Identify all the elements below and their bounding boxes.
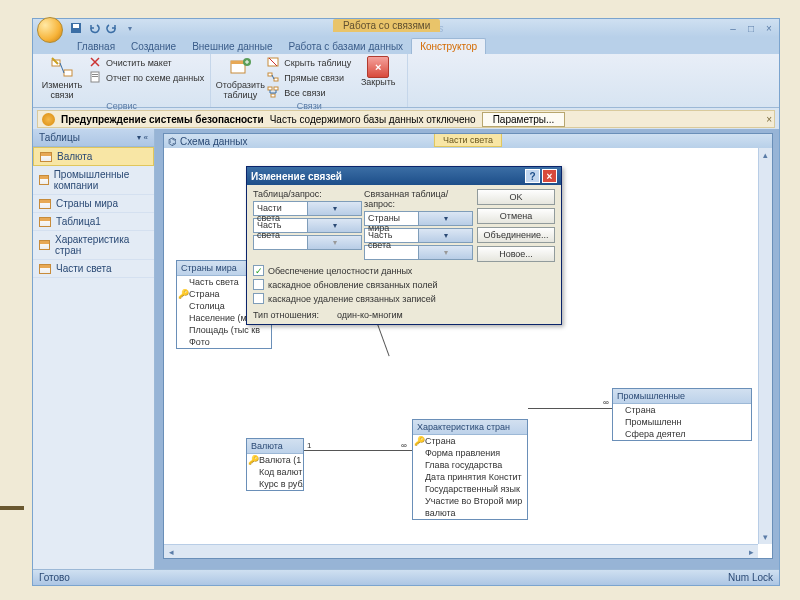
label: Очистить макет [106, 58, 172, 68]
security-title: Предупреждение системы безопасности [61, 114, 264, 125]
dialog-title-text: Изменение связей [251, 171, 342, 182]
redo-icon[interactable] [105, 21, 119, 35]
table-icon [39, 240, 50, 250]
integrity-checkbox-row[interactable]: ✓Обеспечение целостности данных [253, 265, 555, 276]
tab-external[interactable]: Внешние данные [184, 39, 280, 54]
right-field-combo[interactable]: Часть света▾ [364, 228, 473, 243]
cascade-update-checkbox-row[interactable]: каскадное обновление связанных полей [253, 279, 555, 290]
status-numlock: Num Lock [728, 572, 773, 583]
statusbar: Готово Num Lock [33, 569, 779, 585]
scroll-left-icon[interactable]: ◂ [164, 545, 178, 558]
table-box-industrial[interactable]: Промышленные Страна Промышленн Сфера дея… [612, 388, 752, 441]
relation-cardinality-inf: ∞ [400, 441, 408, 450]
reltype-value: один-ко-многим [337, 310, 403, 320]
chevron-down-icon: ▾ « [137, 133, 148, 142]
canvas-tab-stub: Части света [434, 134, 502, 147]
field: Промышленн [625, 417, 682, 427]
relations-icon: ⌬ [168, 136, 177, 147]
dialog-close-icon[interactable]: × [542, 169, 557, 183]
nav-item-valyuta[interactable]: Валюта [33, 147, 154, 166]
edit-relations-button[interactable]: Изменить связи [39, 56, 85, 101]
scroll-up-icon[interactable]: ▴ [759, 148, 772, 162]
dialog-titlebar[interactable]: Изменение связей ? × [247, 167, 561, 185]
tab-dbtools[interactable]: Работа с базами данных [281, 39, 412, 54]
cancel-button[interactable]: Отмена [477, 208, 555, 224]
undo-icon[interactable] [87, 21, 101, 35]
join-type-button[interactable]: Объединение... [477, 227, 555, 243]
clear-icon [89, 56, 103, 70]
relationship-type-row: Тип отношения: один-ко-многим [253, 310, 555, 320]
relationships-canvas[interactable]: Страны мира Часть света 🔑Страна Столица … [164, 148, 758, 544]
svg-rect-3 [64, 70, 72, 76]
horizontal-scrollbar[interactable]: ◂ ▸ [164, 544, 758, 558]
left-empty-combo[interactable]: ▾ [253, 235, 362, 250]
tab-home[interactable]: Главная [69, 39, 123, 54]
maximize-icon[interactable]: □ [745, 23, 757, 34]
nav-item-table1[interactable]: Таблица1 [33, 213, 154, 231]
box-title: Промышленные [613, 389, 751, 404]
field: Валюта (1 е [259, 455, 303, 465]
direct-icon [267, 71, 281, 85]
cascade-delete-checkbox-row[interactable]: каскадное удаление связанных записей [253, 293, 555, 304]
titlebar: ▾ Microsoft Access Работа со связями – □… [33, 19, 779, 37]
nav-item-countries[interactable]: Страны мира [33, 195, 154, 213]
nav-header[interactable]: Таблицы ▾ « [33, 129, 154, 147]
report-icon [89, 71, 103, 85]
close-icon[interactable]: × [763, 23, 775, 34]
office-button[interactable] [37, 17, 63, 43]
nav-item-characteristics[interactable]: Характеристика стран [33, 231, 154, 260]
svg-rect-5 [92, 74, 98, 75]
security-options-button[interactable]: Параметры... [482, 112, 566, 127]
new-button[interactable]: Новое... [477, 246, 555, 262]
security-warning-bar: Предупреждение системы безопасности Част… [37, 110, 775, 128]
reltype-label: Тип отношения: [253, 310, 319, 320]
right-table-combo[interactable]: Страны мира▾ [364, 211, 473, 226]
relationships-window: ⌬ Схема данных Части света Страны мира Ч… [163, 133, 773, 559]
field-row: Фото [177, 336, 271, 348]
label: Отчет по схеме данных [106, 73, 204, 83]
qat-dropdown-icon[interactable]: ▾ [123, 21, 137, 35]
dropdown-icon: ▾ [418, 212, 472, 225]
save-icon[interactable] [69, 21, 83, 35]
field: Код валют [259, 467, 302, 477]
relation-cardinality-inf: ∞ [602, 398, 610, 407]
field-row: 🔑Валюта (1 е [247, 454, 303, 466]
nav-item-continents[interactable]: Части света [33, 260, 154, 278]
close-x-icon: × [367, 56, 389, 78]
field-row: 🔑Страна [413, 435, 527, 447]
label: Прямые связи [284, 73, 344, 83]
minimize-icon[interactable]: – [727, 23, 739, 34]
left-table-combo[interactable]: Части света▾ [253, 201, 362, 216]
clear-layout-button[interactable]: Очистить макет [89, 56, 204, 70]
table-box-currency[interactable]: Валюта 🔑Валюта (1 е Код валют Курс в руб… [246, 438, 304, 491]
scroll-down-icon[interactable]: ▾ [759, 530, 772, 544]
security-close-icon[interactable]: × [766, 114, 772, 125]
key-icon: 🔑 [414, 436, 423, 445]
all-relations-button[interactable]: Все связи [267, 86, 351, 100]
field: Глава государства [425, 460, 502, 470]
table-box-characteristics[interactable]: Характеристика стран 🔑Страна Форма правл… [412, 419, 528, 520]
field: Государственный язык [425, 484, 520, 494]
nav-item-companies[interactable]: Промышленные компании [33, 166, 154, 195]
scroll-right-icon[interactable]: ▸ [744, 545, 758, 558]
direct-relations-button[interactable]: Прямые связи [267, 71, 351, 85]
left-field-combo[interactable]: Часть света▾ [253, 218, 362, 233]
show-table-button[interactable]: Отобразить таблицу [217, 56, 263, 101]
svg-rect-12 [274, 78, 278, 81]
hide-table-button[interactable]: Скрыть таблицу [267, 56, 351, 70]
dialog-help-icon[interactable]: ? [525, 169, 540, 183]
vertical-scrollbar[interactable]: ▴ ▾ [758, 148, 772, 544]
tab-design[interactable]: Конструктор [411, 38, 486, 54]
right-empty-combo[interactable]: ▾ [364, 245, 473, 260]
quick-access-toolbar: ▾ [69, 21, 137, 35]
label: Скрыть таблицу [284, 58, 351, 68]
table-icon [39, 175, 49, 185]
svg-rect-6 [92, 76, 98, 77]
relation-report-button[interactable]: Отчет по схеме данных [89, 71, 204, 85]
field: Дата принятия Констит [425, 472, 522, 482]
ok-button[interactable]: OK [477, 189, 555, 205]
tab-create[interactable]: Создание [123, 39, 184, 54]
table-icon [39, 217, 51, 227]
edit-relationships-dialog: Изменение связей ? × Таблица/запрос: Час… [246, 166, 562, 325]
close-relations-button[interactable]: × Закрыть [355, 56, 401, 88]
